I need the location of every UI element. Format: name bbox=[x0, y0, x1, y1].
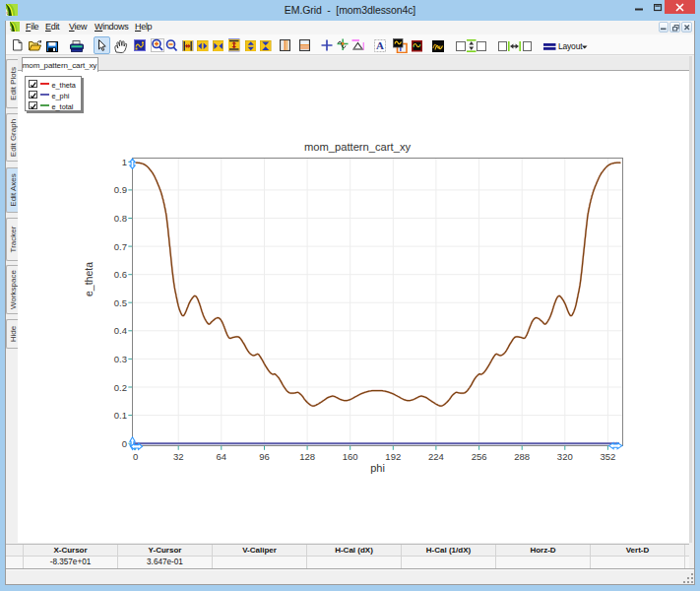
svg-text:0.3: 0.3 bbox=[114, 354, 127, 364]
svg-text:0.2: 0.2 bbox=[114, 382, 127, 393]
svg-text:352: 352 bbox=[600, 451, 615, 462]
svg-text:0.5: 0.5 bbox=[114, 297, 127, 308]
svg-text:0: 0 bbox=[122, 438, 127, 449]
svg-text:32: 32 bbox=[173, 451, 184, 462]
svg-text:320: 320 bbox=[557, 451, 573, 462]
svg-text:0: 0 bbox=[133, 451, 138, 462]
svg-text:224: 224 bbox=[428, 451, 444, 462]
svg-text:64: 64 bbox=[217, 451, 227, 462]
svg-text:phi: phi bbox=[370, 462, 385, 474]
svg-text:256: 256 bbox=[472, 451, 487, 462]
svg-text:0.1: 0.1 bbox=[114, 410, 127, 421]
svg-text:A: A bbox=[376, 39, 384, 51]
svg-text:e_theta: e_theta bbox=[83, 262, 95, 296]
svg-text:0.7: 0.7 bbox=[114, 241, 127, 252]
svg-text:0.8: 0.8 bbox=[114, 213, 127, 224]
svg-text:96: 96 bbox=[259, 451, 270, 462]
svg-text:128: 128 bbox=[299, 451, 315, 462]
svg-text:192: 192 bbox=[385, 451, 401, 462]
svg-text:160: 160 bbox=[343, 451, 358, 462]
svg-text:0.9: 0.9 bbox=[114, 184, 127, 195]
svg-text:0.4: 0.4 bbox=[114, 325, 127, 336]
svg-text:0.6: 0.6 bbox=[114, 269, 127, 280]
svg-text:1: 1 bbox=[122, 157, 127, 167]
svg-text:288: 288 bbox=[514, 451, 530, 462]
svg-text:mom_pattern_cart_xy: mom_pattern_cart_xy bbox=[304, 141, 412, 153]
